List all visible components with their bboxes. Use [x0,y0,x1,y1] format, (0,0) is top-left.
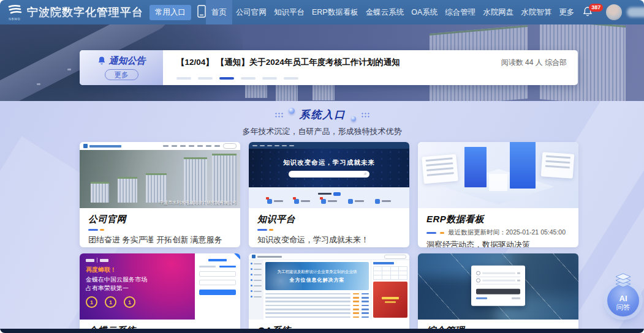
user-name-redacted[interactable] [627,7,644,17]
accent-line: 最近数据更新时间：2025-01-21 05:45:00 [426,228,570,237]
card-title[interactable]: ERP数据看板 [426,214,570,225]
notification-bell[interactable]: 387 [583,6,593,19]
nav-item-knowledge[interactable]: 知识平台 [270,0,308,24]
card-info: 知识平台 知识改变命运，学习成就未来！ [249,208,409,245]
thumb-kn-band [249,187,409,208]
hero-car-decor [37,83,40,85]
accent-line [257,229,401,231]
dot-grid-decor [361,112,370,118]
page: NBWD 宁波院数字化管理平台 常用入口 首页 公司官网 知识平台 ERP数据看… [0,0,644,333]
notice-panel-label: 通知公告 [109,55,146,67]
carousel-dot[interactable] [241,77,256,80]
knowledge-thumbnail: 知识改变命运，学习成就未来 [249,142,409,208]
accent-line [88,229,232,231]
carousel-dot-active[interactable] [219,77,234,80]
notice-bell-icon [97,56,106,67]
card-title[interactable]: 公司官网 [88,214,232,225]
thumb-site-logo [83,144,88,148]
main-nav: 首页 公司官网 知识平台 ERP数据看板 金蝶云系统 OA系统 综合管理 水院网… [206,0,644,24]
footer-strip [0,329,644,333]
thumb-site-logotext [89,145,121,148]
thumb-building [91,182,109,203]
carousel-dot[interactable] [198,77,213,80]
thumb-kd-logos [86,258,195,263]
mobile-phone-icon[interactable] [197,5,206,20]
nav-item-home[interactable]: 首页 [206,0,232,24]
card-title[interactable]: 知识平台 [257,214,401,225]
card-oa[interactable]: 为工程建设及勘察设计企业量身定制的企业级 全方位信息化解决方案 [249,253,409,333]
thumb-building [212,154,237,205]
notice-pagination [176,77,298,80]
thumb-erp-cube [489,174,507,191]
thumb-oa-topbar [249,253,409,260]
carousel-dot[interactable] [262,77,277,80]
dot-grid-decor [275,112,284,118]
system-entry-section: 系统入口 多年技术沉淀，自研产品，形成独特技术优势 [0,101,644,333]
erp-update-time: 最近数据更新时间：2025-01-21 05:45:00 [448,228,566,237]
thumb-erp-panel [422,154,458,184]
thumb-kn-headline: 知识改变命运，学习成就未来 [283,159,375,167]
thumb-building [146,173,167,203]
thumb-oa-list [265,292,369,319]
erp-thumbnail [418,142,578,208]
thumb-kd-banner: 再度蝉联！ 金蝶在中国云服务市场 占有率荣获第一 111 [80,253,195,320]
nav-item-netdisk[interactable]: 水院网盘 [479,0,517,24]
user-avatar[interactable] [606,4,622,20]
notification-count-badge: 387 [589,4,603,12]
company-site-thumbnail: 宁波市水利水电规划设计研究院有限公司 [80,142,240,208]
logo[interactable]: NBWD [7,4,22,21]
thumb-oa-rightcol [371,260,409,320]
oa-thumbnail: 为工程建设及勘察设计企业量身定制的企业级 全方位信息化解决方案 [249,253,409,320]
notice-panel: 通知公告 更多 [80,50,163,85]
hero-banner: 通知公告 更多 【12/04】 【通知】关于2024年员工年度考核工作计划的通知… [0,24,644,101]
thumb-oa-body: 为工程建设及勘察设计企业量身定制的企业级 全方位信息化解决方案 [249,260,409,320]
thumb-oa-main: 为工程建设及勘察设计企业量身定制的企业级 全方位信息化解决方案 [263,260,371,320]
notice-more-button[interactable]: 更多 [105,69,138,80]
logo-abbr: NBWD [9,17,20,21]
card-kingdee[interactable]: 再度蝉联！ 金蝶在中国云服务市场 占有率荣获第一 111 [80,253,240,333]
notice-title[interactable]: 【通知】关于2024年员工年度考核工作计划的通知 [216,57,400,68]
thumb-kn-navbar [249,142,409,149]
notice-content: 【12/04】 【通知】关于2024年员工年度考核工作计划的通知 阅读数 44 … [163,50,578,85]
nav-item-admin[interactable]: 综合管理 [441,0,479,24]
card-admin[interactable]: 综合管理 [418,253,578,333]
card-company-site[interactable]: 宁波市水利水电规划设计研究院有限公司 公司官网 团结奋进 务实严谨 开拓创新 满… [80,142,240,247]
thumb-kd-medals: 111 [86,296,195,308]
card-knowledge[interactable]: 知识改变命运，学习成就未来 [249,142,409,247]
ai-label-line1: AI [619,294,627,303]
notice-row[interactable]: 【12/04】 【通知】关于2024年员工年度考核工作计划的通知 阅读数 44 … [176,57,567,68]
thumb-site-menu [163,143,237,149]
thumb-kn-hero: 知识改变命运，学习成就未来 [249,149,409,187]
thumb-cm-login-form [471,266,525,306]
card-desc: 知识改变命运，学习成就未来！ [257,234,401,245]
thumb-kn-tagline [318,192,341,196]
nav-item-oa[interactable]: OA系统 [407,0,441,24]
carousel-dot[interactable] [176,77,191,80]
notice-date: 【12/04】 [176,57,214,68]
kingdee-thumbnail: 再度蝉联！ 金蝶在中国云服务市场 占有率荣获第一 111 [80,253,240,320]
thumb-oa-banner-line1: 为工程建设及勘察设计企业量身定制的企业级 [278,269,357,275]
card-desc: 团结奋进 务实严谨 开拓创新 满意服务 [88,234,232,245]
card-erp-dashboard[interactable]: ERP数据看板 最近数据更新时间：2025-01-21 05:45:00 洞察经… [418,142,578,247]
nav-item-erp[interactable]: ERP数据看板 [308,0,362,24]
app-title: 宁波院数字化管理平台 [27,5,143,20]
nav-item-company-site[interactable]: 公司官网 [232,0,270,24]
ai-label-line2: 问答 [616,303,631,312]
hero-car-decor [67,69,71,70]
thumb-kd-line1: 再度蝉联！ [86,266,195,274]
thumb-oa-banner: 为工程建设及勘察设计企业量身定制的企业级 全方位信息化解决方案 [265,262,369,290]
ai-cube-stack-icon [613,272,633,291]
quick-entry-button[interactable]: 常用入口 [150,5,191,20]
card-desc: 洞察经营动态，数据驱动决策 [426,239,570,247]
section-header: 系统入口 [0,108,644,122]
nav-item-kingdee[interactable]: 金蝶云系统 [362,0,408,24]
card-info: ERP数据看板 最近数据更新时间：2025-01-21 05:45:00 洞察经… [418,208,578,247]
thumb-kd-login [195,253,240,320]
thumb-site-caption: 宁波市水利水电规划设计研究院有限公司 [159,200,237,206]
carousel-dot[interactable] [284,77,298,80]
nav-item-more[interactable]: 更多 [555,0,578,24]
ai-assistant-button[interactable]: AI 问答 [604,272,642,316]
ball-decor [289,108,295,114]
nav-item-ai-compute[interactable]: 水院智算 [517,0,555,24]
system-entry-cards: 宁波市水利水电规划设计研究院有限公司 公司官网 团结奋进 务实严谨 开拓创新 满… [80,142,578,333]
